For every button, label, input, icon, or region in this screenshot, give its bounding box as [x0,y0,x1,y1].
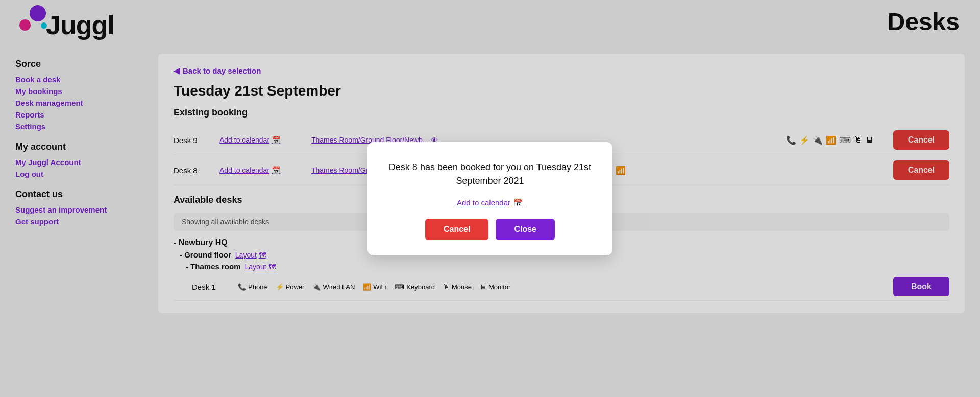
modal-calendar-link[interactable]: Add to calendar 📅 [388,198,592,207]
modal-buttons: Cancel Close [388,219,592,240]
modal-overlay: Desk 8 has been booked for you on Tuesda… [0,0,980,397]
modal-close-button[interactable]: Close [496,219,555,240]
modal-box: Desk 8 has been booked for you on Tuesda… [368,142,612,255]
layout: Sorce Book a desk My bookings Desk manag… [0,43,980,397]
modal-calendar-icon: 📅 [513,198,523,207]
modal-cancel-button[interactable]: Cancel [425,219,488,240]
main-content: ◀ Back to day selection Tuesday 21st Sep… [143,43,980,397]
modal-message: Desk 8 has been booked for you on Tuesda… [388,160,592,188]
